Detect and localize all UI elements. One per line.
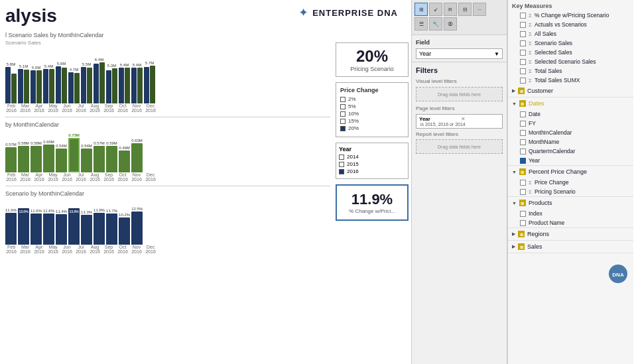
field-price-change[interactable]: Σ Price Change — [508, 178, 633, 187]
field-item-all-sales[interactable]: Σ All Sales — [508, 29, 633, 38]
group-products-header[interactable]: ▼ ⊞ Products — [508, 197, 633, 209]
field-index[interactable]: Index — [508, 209, 633, 218]
bar-group-feb: 5.8M — [5, 62, 17, 103]
chart3-x-labels: Feb 2016 Mar 2016 Apr 2016 May 2016 Jun … — [5, 245, 330, 254]
cb-actuals[interactable] — [520, 22, 526, 28]
logo-area: ✦ ENTERPRISE DNA — [298, 5, 398, 20]
group-regions-header[interactable]: ▶ ⊞ Regions — [508, 228, 633, 240]
cb-month-name[interactable] — [520, 139, 526, 145]
price-opt-2[interactable]: 2% — [340, 96, 404, 102]
group-pct-price-header[interactable]: ▼ ⊞ Percent Price Change — [508, 166, 633, 178]
cb-all-sales[interactable] — [520, 31, 526, 37]
cb-price-change[interactable] — [520, 180, 526, 186]
chip-year-label: Year — [419, 116, 430, 122]
cb-pricing-scenario[interactable] — [520, 189, 526, 195]
tool-r[interactable]: R — [444, 3, 457, 16]
cb-quarter[interactable] — [520, 149, 526, 154]
cb-15pct[interactable] — [340, 119, 346, 124]
chart3-bars: 11.9% 13.0% 11.6% 11.6% — [5, 198, 330, 245]
price-opt-5-label: 5% — [348, 103, 356, 109]
field-item-actuals[interactable]: Σ Actuals vs Scenarios — [508, 20, 633, 29]
year-2014[interactable]: 2014 — [339, 154, 405, 160]
bar-group-may: 5.4M — [43, 64, 54, 103]
field-item-total-sales[interactable]: Σ Total Sales — [508, 66, 633, 76]
field-item-scenario-sales[interactable]: Σ Scenario Sales — [508, 38, 633, 48]
cb-fy[interactable] — [520, 121, 526, 127]
cb-2016[interactable] — [339, 169, 344, 174]
tool-brush[interactable]: 🔧 — [429, 17, 442, 30]
field-item-selected-sales[interactable]: Σ Selected Sales — [508, 48, 633, 57]
cb-selected-scenario[interactable] — [520, 59, 526, 65]
field-year[interactable]: Year — [508, 156, 633, 165]
group-pct-price: ▼ ⊞ Percent Price Change Σ Price Change … — [508, 166, 633, 197]
bar-group-nov2: 5.4M — [131, 63, 143, 103]
field-item-selected-scenario[interactable]: Σ Selected Scenario Sales — [508, 57, 633, 66]
cb-index[interactable] — [520, 211, 526, 217]
field-section: Field Year ▼ — [412, 35, 507, 62]
tool-minus[interactable]: ⊟ — [458, 3, 472, 16]
cb-5pct[interactable] — [340, 104, 346, 109]
cb-total-sales[interactable] — [520, 68, 526, 74]
field-pricing-scenario[interactable]: Σ Pricing Scenario — [508, 187, 633, 196]
chip-year-sub: is 2015, 2016 or 2014 — [420, 122, 466, 127]
dna-logo-icon: DNA — [608, 264, 628, 284]
field-dropdown[interactable]: Year ▼ — [416, 48, 503, 59]
cb-year[interactable] — [520, 158, 526, 164]
price-opt-15[interactable]: 15% — [340, 118, 404, 124]
cb-date[interactable] — [520, 111, 526, 117]
tool-more[interactable]: ··· — [473, 3, 486, 16]
cb-pct-change[interactable] — [520, 13, 526, 19]
field-month-in-cal[interactable]: MonthInCalendar — [508, 128, 633, 137]
group-customer-header[interactable]: ▶ ⊞ Customer — [508, 85, 633, 97]
group-customer: ▶ ⊞ Customer — [508, 85, 633, 97]
year-2015[interactable]: 2015 — [339, 161, 405, 167]
toolbar-top: ⊞ ↙ R ⊟ ··· ☰ 🔧 ⦿ — [412, 0, 507, 35]
page-level-label: Page level filters — [416, 105, 503, 111]
cb-scenario-sales[interactable] — [520, 40, 526, 46]
cb-10pct[interactable] — [340, 111, 346, 117]
group-label-products: Products — [529, 200, 552, 206]
cb-product-name[interactable] — [520, 220, 526, 226]
tool-cursor[interactable]: ↙ — [429, 3, 442, 16]
group-label-customer: Customer — [527, 88, 553, 94]
kpi2-value: 11.9% — [342, 191, 402, 208]
cb-2pct[interactable] — [340, 97, 346, 102]
tool-grid[interactable]: ⊞ — [414, 3, 428, 16]
field-quarter[interactable]: QuarterInCalendar — [508, 147, 633, 156]
field-month-name[interactable]: MonthName — [508, 137, 633, 147]
chip-close-icon[interactable]: ✕ — [461, 116, 466, 122]
field-item-pct-change[interactable]: Σ % Change w/Pricing Scenario — [508, 11, 633, 20]
cb-selected-sales[interactable] — [520, 50, 526, 56]
price-opt-5[interactable]: 5% — [340, 103, 404, 109]
tool-list[interactable]: ☰ — [414, 17, 428, 30]
table-icon-regions: ⊞ — [518, 231, 525, 237]
price-opt-20[interactable]: 20% — [340, 125, 404, 131]
cb-20pct[interactable] — [340, 126, 346, 131]
divider1 — [5, 117, 330, 117]
year-filter-chip[interactable]: Year ✕ is 2015, 2016 or 2014 — [416, 114, 503, 129]
table-icon-customer: ⊞ — [518, 88, 525, 94]
year-2016[interactable]: 2016 — [339, 168, 405, 174]
expand-icon-pct-price: ▼ — [512, 170, 517, 174]
drag-area-report[interactable]: Drag data fields here — [416, 139, 503, 154]
price-opt-15-label: 15% — [348, 118, 359, 124]
drag-area-visual[interactable]: Drag data fields here — [416, 87, 503, 101]
bar-group-dec: 5.7M — [144, 61, 155, 103]
tool-circle[interactable]: ⦿ — [444, 17, 457, 30]
group-label-sales: Sales — [527, 243, 542, 250]
field-date[interactable]: Date — [508, 109, 633, 119]
field-item-total-sumx[interactable]: Σ Total Sales SUMX — [508, 76, 633, 85]
cb-month-in-cal[interactable] — [520, 130, 526, 136]
bar-group-jun: 5.6M — [56, 62, 67, 103]
group-dates-header[interactable]: ▼ ⊞ Dates — [508, 97, 633, 109]
chart2-x-labels: Feb 2016 Mar 2016 Apr 2016 May 2016 Jun … — [5, 172, 330, 182]
group-sales-header[interactable]: ▶ ⊞ Sales — [508, 241, 633, 253]
price-change-title: Price Change — [340, 87, 404, 93]
price-opt-20-label: 20% — [348, 125, 359, 131]
cb-total-sumx[interactable] — [520, 78, 526, 84]
field-fy[interactable]: FY — [508, 119, 633, 128]
field-product-name[interactable]: Product Name — [508, 218, 633, 227]
cb-2015[interactable] — [339, 162, 344, 167]
cb-2014[interactable] — [339, 154, 344, 160]
price-opt-10[interactable]: 10% — [340, 111, 404, 117]
